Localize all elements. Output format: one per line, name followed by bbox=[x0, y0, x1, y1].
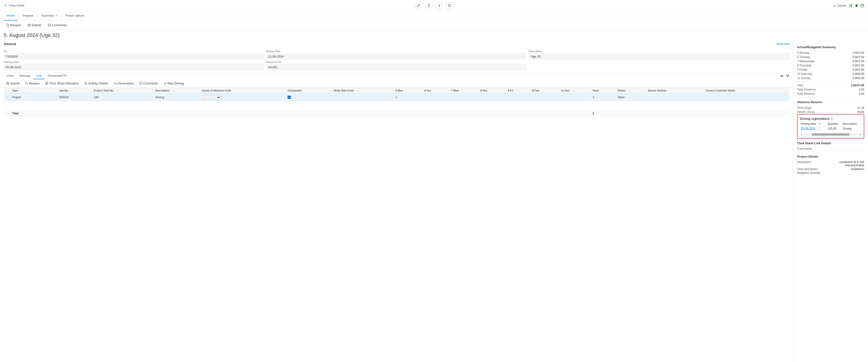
general-section-header: General Show less bbox=[0, 40, 793, 48]
row-mon[interactable]: 2 bbox=[394, 94, 423, 101]
new-driving-button[interactable]: New Driving bbox=[161, 81, 186, 86]
th-sat[interactable]: 10 Sat bbox=[530, 88, 559, 94]
th-driving-date: Driving Date ↑ bbox=[800, 122, 827, 126]
driving-chevron-icon[interactable] bbox=[831, 118, 833, 120]
row-tue[interactable] bbox=[423, 94, 449, 101]
proj-details-title: Project Details bbox=[797, 155, 864, 158]
table-header-row: Type Job No. Project Task No. Descriptio… bbox=[4, 88, 789, 94]
svg-rect-1 bbox=[46, 82, 48, 85]
row-thu[interactable] bbox=[478, 94, 506, 101]
driving-row-menu[interactable]: ⋮ bbox=[817, 127, 821, 130]
th-wed[interactable]: 7 Wed bbox=[449, 88, 478, 94]
field-empty bbox=[529, 61, 789, 70]
lines-table: Type Job No. Project Task No. Descriptio… bbox=[4, 88, 789, 117]
row-menu-button[interactable]: ⋮ bbox=[22, 95, 26, 100]
chargeable-checkbox[interactable] bbox=[287, 96, 291, 99]
th-driving-desc: Description bbox=[842, 122, 862, 126]
th-project-task[interactable]: Project Task No. bbox=[92, 88, 153, 94]
sheet-allocation-button[interactable]: Time Sheet Allocation bbox=[43, 81, 81, 86]
th-cause[interactable]: Cause of Absence Code bbox=[200, 88, 286, 94]
th-tue[interactable]: 6 Tue bbox=[423, 88, 449, 94]
submit-button[interactable]: Submit bbox=[25, 23, 43, 28]
scroll-left-icon[interactable] bbox=[800, 133, 803, 136]
th-description[interactable]: Description bbox=[153, 88, 200, 94]
dimensions-button[interactable]: Dimensions bbox=[112, 81, 136, 86]
reopen-icon bbox=[6, 24, 9, 27]
scroll-right-icon[interactable] bbox=[859, 133, 862, 136]
activity-details-button[interactable]: Activity Details bbox=[82, 81, 111, 86]
total-right bbox=[616, 110, 789, 117]
lines-comments-button[interactable]: Comments bbox=[137, 81, 160, 86]
filter-driving-icon[interactable] bbox=[818, 123, 821, 125]
lines-reopen-button[interactable]: Reopen bbox=[23, 81, 42, 86]
th-total[interactable]: Total bbox=[591, 88, 616, 94]
ts-comments-label: Comments bbox=[797, 147, 864, 151]
comments-button[interactable]: Comments bbox=[45, 23, 69, 28]
tab-home[interactable]: Home bbox=[4, 11, 18, 21]
cause-select[interactable] bbox=[202, 95, 221, 100]
th-status[interactable]: Status bbox=[616, 88, 646, 94]
total-sat bbox=[530, 110, 559, 117]
main-layout: General Show less No. TS00004 Ending Dat… bbox=[0, 40, 868, 362]
total-fri bbox=[506, 110, 530, 117]
total-tue bbox=[423, 110, 449, 117]
lines-tab-timesheet[interactable]: Timesheet720 bbox=[45, 72, 69, 79]
th-thu[interactable]: 8 Thu bbox=[478, 88, 506, 94]
lines-tab-line[interactable]: Line bbox=[33, 72, 45, 79]
driving-scrollbar[interactable] bbox=[804, 133, 858, 136]
row-wed[interactable] bbox=[449, 94, 478, 101]
lines-tab-lines[interactable]: Lines bbox=[4, 72, 17, 79]
tab-prepare[interactable]: Prepare bbox=[20, 11, 36, 21]
driving-date: 05-08-2024 ⋮ bbox=[800, 126, 827, 131]
chevron-down-icon bbox=[55, 14, 58, 17]
delete-icon-btn[interactable] bbox=[446, 2, 453, 9]
minimize-icon[interactable] bbox=[861, 4, 864, 7]
tab-automate[interactable]: Automate bbox=[38, 11, 61, 21]
summary-row-total: Total 2,00/37,00 bbox=[797, 83, 864, 88]
top-bar-center bbox=[415, 2, 453, 9]
row-arrow: → bbox=[4, 94, 10, 101]
edit-icon-btn[interactable] bbox=[415, 2, 422, 9]
th-chargeable[interactable]: Chargeable bbox=[286, 88, 332, 94]
th-driving-qty: Quantity bbox=[827, 122, 842, 126]
share-icon-btn[interactable] bbox=[425, 2, 433, 9]
total-cell-empty bbox=[4, 110, 10, 117]
th-type[interactable]: Type bbox=[10, 88, 57, 94]
reopen-button[interactable]: Reopen bbox=[4, 23, 23, 28]
lines-submit-button[interactable]: Submit bbox=[4, 81, 22, 86]
new-driving-icon bbox=[163, 82, 166, 85]
add-icon-btn[interactable] bbox=[435, 2, 443, 9]
lines-tab-manage[interactable]: Manage bbox=[17, 72, 33, 79]
th-source-customer[interactable]: Source Customer Name bbox=[704, 88, 789, 94]
tab-fewer-options[interactable]: Fewer options bbox=[63, 11, 88, 21]
th-job-no[interactable]: Job No. bbox=[57, 88, 92, 94]
filter-icon[interactable] bbox=[786, 74, 789, 78]
th-work-type[interactable]: Work Type Code bbox=[332, 88, 394, 94]
external-link-icon[interactable] bbox=[849, 4, 852, 7]
submit-icon bbox=[28, 24, 31, 27]
row-sat[interactable] bbox=[530, 94, 559, 101]
general-label: General bbox=[4, 42, 16, 46]
lines-nav-bar: Lines Manage Line Timesheet720 bbox=[0, 72, 793, 79]
comments-icon bbox=[48, 24, 51, 27]
expand-icon[interactable] bbox=[780, 74, 784, 78]
show-less-link[interactable]: Show less bbox=[777, 42, 789, 45]
th-source-activity[interactable]: Source Activity bbox=[646, 88, 704, 94]
table-row[interactable]: → Project ⋮ S00010 240 Driving bbox=[4, 94, 789, 101]
row-fri[interactable] bbox=[506, 94, 530, 101]
lines-nav-icons bbox=[780, 74, 789, 78]
total-thu bbox=[478, 110, 506, 117]
allocation-icon bbox=[45, 82, 49, 85]
field-ending-date: Ending Date 11-08-2024 bbox=[266, 50, 527, 60]
proj-row-1: Task Description Installation bbox=[797, 167, 864, 171]
lines-action-bar: Submit Reopen Time Sheet Allocation Acti… bbox=[0, 79, 793, 88]
row-sun[interactable] bbox=[559, 94, 591, 101]
page-title: 5. August 2024 (Uge 32) bbox=[0, 30, 868, 40]
driving-scrollbar-thumb bbox=[812, 133, 850, 136]
back-button[interactable]: Time Sheet bbox=[4, 4, 24, 7]
th-sun[interactable]: 11 Sun bbox=[559, 88, 591, 94]
content-area: General Show less No. TS00004 Ending Dat… bbox=[0, 40, 793, 362]
th-fri[interactable]: 9 Fri bbox=[506, 88, 530, 94]
th-mon[interactable]: 5 Mon bbox=[394, 88, 423, 94]
svg-marker-3 bbox=[819, 123, 820, 124]
